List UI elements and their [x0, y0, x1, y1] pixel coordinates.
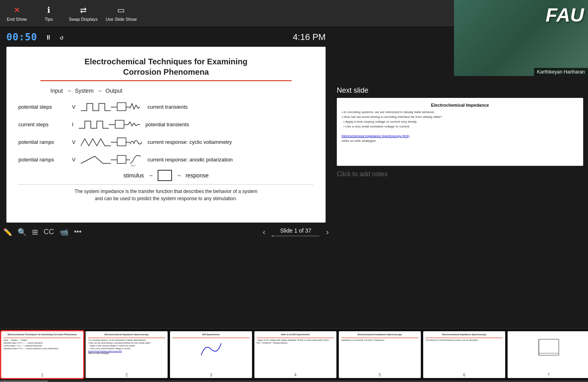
pen-tool-button[interactable]: ✏️: [3, 228, 12, 237]
speaker-video: FAU Karthikeyan Hariharan: [454, 0, 588, 76]
slide-row-1: potential steps V current tr: [18, 99, 314, 114]
slide-counter: Slide 1 of 37: [280, 227, 311, 234]
scrollbar[interactable]: [0, 380, 588, 382]
row1-waveform: [79, 99, 143, 114]
camera-button[interactable]: 📹: [60, 228, 68, 237]
swap-displays-icon: ⇄: [78, 4, 89, 16]
strip-slide-5-num: 5: [378, 373, 382, 377]
row1-label: potential steps: [18, 104, 70, 110]
row4-label: potential ramps: [18, 157, 70, 163]
more-button[interactable]: •••: [74, 228, 82, 236]
timer-display: 00:50: [6, 32, 37, 43]
end-show-icon: ✕: [11, 4, 22, 16]
strip-slide-4-num: 4: [293, 373, 298, 377]
next-slide-button[interactable]: ›: [326, 227, 329, 237]
svg-rect-7: [117, 138, 126, 146]
row3-output: current response: cyclic voltammetry: [148, 139, 232, 145]
slide-row-4: potential ramps V log I current response…: [18, 152, 314, 167]
row4-waveform: log I: [79, 152, 143, 167]
next-slide-section: Next slide Electrochemical Impedance • I…: [337, 83, 583, 166]
svg-text:log I: log I: [131, 164, 136, 167]
strip-slide-7-num: 7: [546, 373, 551, 377]
slide-strip-container: Electrochemical Techniques for Examining…: [0, 328, 588, 382]
strip-slide-2-num: 2: [124, 373, 129, 377]
io-system-label: System: [75, 88, 94, 94]
svg-rect-1: [117, 103, 126, 111]
arrow2: →: [97, 88, 102, 94]
io-input-label: Input: [50, 88, 63, 94]
io-header: Input → System → Output: [50, 88, 314, 94]
next-slide-preview[interactable]: Electrochemical Impedance • In corroding…: [337, 98, 583, 166]
slide-row-3: potential ramps V current response: cycl…: [18, 135, 314, 149]
tips-button[interactable]: ℹ Tips: [37, 4, 61, 22]
strip-slide-5[interactable]: Electrochemical Impedance Spectroscopy I…: [339, 331, 421, 378]
svg-rect-13: [539, 339, 559, 355]
system-box: [158, 170, 172, 181]
strip-slide-3-num: 3: [209, 373, 214, 377]
top-toolbar: FAU Karthikeyan Hariharan ✕ End Show ℹ T…: [0, 0, 588, 26]
captions-button[interactable]: CC: [44, 228, 54, 236]
slide-progress: [272, 235, 320, 237]
strip-slide-3[interactable]: EIS Experiments 3: [170, 331, 252, 378]
row2-label: current steps: [18, 121, 70, 127]
end-show-button[interactable]: ✕ End Show: [5, 4, 29, 22]
svg-rect-10: [117, 155, 126, 163]
use-slide-show-label: Use Slide Show: [106, 17, 137, 22]
strip-slide-6-num: 6: [462, 373, 467, 377]
strip-slide-6[interactable]: Electrochemical Impedance Spectroscopy T…: [423, 331, 505, 378]
clock-display: 4:16 PM: [293, 32, 326, 42]
stimulus-arrow1: →: [148, 172, 154, 179]
refresh-button[interactable]: ↺: [60, 34, 64, 41]
row2-signal: I: [72, 121, 74, 127]
slide-footer: The system impedance is the transfer fun…: [18, 184, 314, 202]
nav-icons: ✏️ 🔍 ⊞ CC 📹 •••: [3, 228, 82, 237]
slide-progress-fill: [272, 235, 273, 237]
slide-strip: Electrochemical Techniques for Examining…: [0, 328, 588, 380]
stimulus-arrow2: →: [176, 172, 182, 179]
response-label: response: [186, 172, 209, 179]
slide-title-underline: [40, 80, 291, 81]
next-slide-label: Next slide: [337, 86, 583, 95]
scrollbar-thumb[interactable]: [0, 380, 48, 382]
zoom-button[interactable]: 🔍: [18, 228, 26, 237]
tips-label: Tips: [45, 17, 53, 22]
notes-placeholder: Click to add notes: [337, 171, 388, 177]
next-slide-preview-body: • In corroding systems, we are intereste…: [342, 110, 578, 143]
row3-label: potential ramps: [18, 139, 70, 145]
row2-output: potential transients: [146, 121, 189, 127]
grid-button[interactable]: ⊞: [32, 228, 38, 237]
row3-signal: V: [72, 139, 76, 145]
next-slide-preview-title: Electrochemical Impedance: [342, 103, 578, 107]
stimulus-row: stimulus → → response: [18, 170, 314, 181]
slide-nav-bar: ✏️ 🔍 ⊞ CC 📹 ••• ‹ Slide 1 of 37 ›: [0, 224, 332, 240]
prev-slide-button[interactable]: ‹: [263, 227, 266, 237]
swap-displays-button[interactable]: ⇄ Swap Displays: [69, 4, 98, 22]
row1-signal: V: [72, 104, 76, 110]
strip-slide-7[interactable]: 7: [508, 331, 588, 378]
arrow1: →: [66, 88, 72, 94]
use-slide-show-button[interactable]: ▭ Use Slide Show: [106, 4, 137, 22]
strip-slide-1[interactable]: Electrochemical Techniques for Examining…: [1, 331, 83, 378]
slide-row-2: current steps I potential transients: [18, 117, 314, 131]
slide-canvas: Electrochemical Techniques for Examining…: [6, 47, 326, 223]
swap-displays-label: Swap Displays: [69, 17, 98, 22]
row2-waveform: [77, 117, 141, 131]
svg-rect-4: [115, 120, 124, 128]
row1-output: current transients: [148, 104, 188, 110]
slide-title-line1: Electrochemical Techniques for Examining…: [18, 56, 314, 77]
speaker-name-badge: Karthikeyan Hariharan: [534, 68, 588, 76]
stimulus-label: stimulus: [124, 172, 144, 179]
presenter-controls: 00:50 ⏸ ↺ 4:16 PM: [0, 29, 332, 45]
strip-slide-1-num: 1: [40, 373, 45, 377]
fau-logo: FAU: [546, 4, 584, 26]
use-slide-show-icon: ▭: [116, 4, 127, 16]
io-output-label: Output: [106, 88, 122, 94]
pause-button[interactable]: ⏸: [45, 34, 52, 41]
end-show-label: End Show: [7, 17, 27, 22]
strip-slide-4[interactable]: How to do EIS Experiments • Apply an AC …: [254, 331, 336, 378]
tips-icon: ℹ: [43, 4, 54, 16]
row3-waveform: [79, 135, 143, 149]
row4-signal: V: [72, 157, 76, 163]
strip-slide-2[interactable]: Electrochemical Impedance Spectroscopy •…: [86, 331, 168, 378]
slide-content: Electrochemical Techniques for Examining…: [6, 47, 326, 223]
